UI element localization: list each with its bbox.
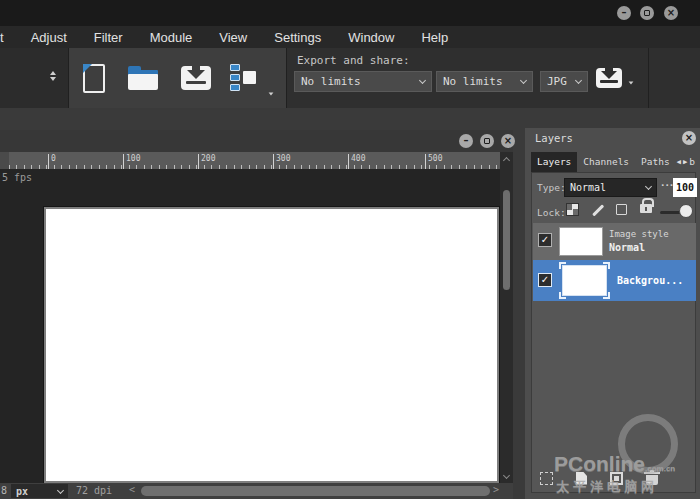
horizontal-ruler: 0 100 200 300 400 500 — [9, 152, 513, 169]
export-format-dropdown[interactable]: JPG — [540, 71, 588, 92]
minimize-icon: – — [622, 8, 627, 18]
export-button[interactable] — [596, 68, 622, 88]
select-region-button[interactable] — [540, 472, 553, 485]
canvas-viewport[interactable]: 5 fps — [0, 169, 500, 483]
toolbar-separator — [648, 48, 649, 108]
layer-thumbnail[interactable] — [559, 227, 603, 256]
export-options-button[interactable] — [629, 81, 634, 84]
document-titlebar: – × — [0, 130, 513, 152]
new-document-button[interactable] — [74, 58, 114, 98]
ruler-tick: 500 — [425, 154, 442, 169]
minimize-icon: – — [464, 136, 469, 146]
module-options-button[interactable] — [269, 92, 274, 95]
unit-dropdown[interactable]: px — [11, 484, 68, 498]
layer-row-background-selected[interactable]: ✓ Backgrou... — [533, 260, 696, 301]
ruler-tick: 400 — [348, 154, 365, 169]
blend-mode-dropdown[interactable]: Normal — [564, 178, 657, 197]
padlock-icon — [640, 204, 652, 213]
vertical-scrollbar-thumb[interactable] — [503, 190, 510, 290]
size-value-fragment: 8 — [1, 485, 7, 496]
horizontal-scrollbar-thumb[interactable] — [141, 486, 490, 496]
toolbar-icon-group — [69, 48, 286, 108]
check-icon: ✓ — [541, 234, 549, 245]
toolbar-expand-button[interactable] — [50, 71, 56, 81]
scroll-up-button[interactable] — [500, 152, 513, 166]
ruler-tick: 0 — [48, 154, 56, 169]
save-button[interactable] — [176, 58, 216, 98]
maximize-icon — [484, 138, 490, 144]
chevron-down-icon — [503, 471, 510, 478]
save-icon — [181, 66, 211, 90]
export-size-value: No limits — [301, 75, 361, 88]
scroll-right-button[interactable]: > — [493, 484, 499, 495]
toolbar-collapsed-section — [0, 48, 68, 108]
delete-layer-button[interactable] — [646, 471, 658, 485]
scroll-left-button[interactable]: < — [129, 484, 135, 495]
layer-name: Backgrou... — [617, 275, 683, 286]
chevron-down-icon — [645, 183, 652, 190]
close-button[interactable]: × — [664, 6, 678, 20]
toolbar: Export and share: No limits No limits JP… — [0, 48, 700, 108]
frame-icon — [616, 204, 627, 215]
layer-visibility-checkbox[interactable]: ✓ — [538, 233, 552, 247]
minimize-button[interactable]: – — [617, 6, 631, 20]
export-quality-value: No limits — [443, 75, 503, 88]
export-icon — [596, 68, 622, 88]
ruler-corner — [0, 152, 9, 169]
layer-thumbnail[interactable] — [562, 265, 607, 296]
lock-position-button[interactable] — [616, 204, 627, 215]
vertical-scrollbar[interactable] — [500, 152, 513, 483]
menu-item-filter[interactable]: Filter — [94, 30, 123, 45]
opacity-slider-knob[interactable] — [679, 204, 693, 218]
scroll-down-button[interactable] — [500, 469, 513, 483]
arrow-down-icon — [269, 92, 274, 95]
opacity-value: 100 — [676, 182, 694, 193]
export-section: Export and share: No limits No limits JP… — [287, 48, 648, 108]
module-icon — [228, 64, 256, 92]
menu-item-help[interactable]: Help — [421, 30, 448, 45]
document-window: – × 0 100 200 300 400 500 5 fps — [0, 130, 513, 499]
tab-layers[interactable]: Layers — [531, 152, 577, 172]
duplicate-layer-button[interactable] — [610, 472, 623, 485]
maximize-button[interactable] — [640, 6, 654, 20]
lock-paint-button[interactable] — [591, 209, 605, 212]
menu-item-view[interactable]: View — [219, 30, 247, 45]
selection-corner-icon — [559, 292, 566, 299]
brush-icon — [592, 204, 604, 216]
transparency-checker-icon — [566, 203, 579, 216]
module-button[interactable] — [222, 58, 262, 98]
opacity-input[interactable]: 100 — [673, 178, 697, 197]
layers-panel-close-button[interactable]: × — [682, 131, 696, 145]
lock-all-button[interactable] — [640, 197, 652, 213]
drawing-canvas[interactable] — [44, 207, 499, 483]
tab-clipped[interactable]: b — [688, 152, 700, 172]
menu-item-module[interactable]: Module — [150, 30, 193, 45]
maximize-icon — [644, 10, 650, 16]
dpi-label: 72 dpi — [76, 485, 112, 496]
document-maximize-button[interactable] — [480, 134, 494, 148]
type-label: Type: — [537, 182, 566, 193]
lock-transparency-button[interactable] — [566, 203, 579, 216]
open-file-button[interactable] — [123, 58, 163, 98]
tab-channels[interactable]: Channels — [577, 152, 635, 172]
document-close-button[interactable]: × — [501, 134, 515, 148]
chevron-down-icon — [575, 77, 582, 84]
export-size-dropdown[interactable]: No limits — [294, 71, 432, 92]
menu-item-adjust[interactable]: Adjust — [31, 30, 67, 45]
layer-visibility-checkbox[interactable]: ✓ — [538, 273, 552, 287]
layers-panel-body: Type: Normal ··· 100 Lock: — [531, 172, 696, 493]
fps-indicator: 5 fps — [2, 172, 32, 183]
lock-label: Lock: — [537, 207, 566, 218]
ruler-tick: 200 — [198, 154, 215, 169]
export-quality-dropdown[interactable]: No limits — [436, 71, 533, 92]
new-layer-button[interactable] — [576, 472, 587, 485]
application-window: – × t Adjust Filter Module View Settings… — [0, 0, 700, 499]
dashed-selection-icon — [540, 472, 553, 485]
tab-paths[interactable]: Paths — [635, 152, 676, 172]
layer-row-image-style[interactable]: ✓ Image style Normal — [533, 223, 696, 260]
menu-item-window[interactable]: Window — [348, 30, 394, 45]
check-icon: ✓ — [541, 274, 549, 285]
menu-item-clipped[interactable]: t — [0, 30, 4, 45]
menu-item-settings[interactable]: Settings — [274, 30, 321, 45]
document-minimize-button[interactable]: – — [459, 134, 473, 148]
